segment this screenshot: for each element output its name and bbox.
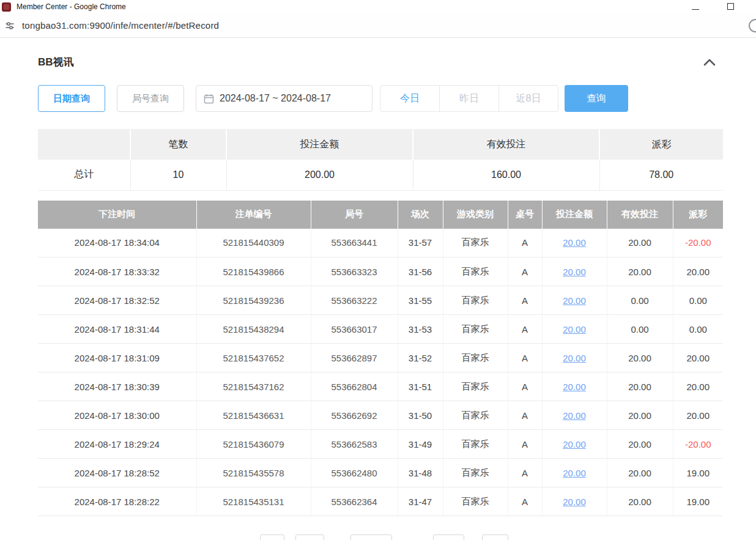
order-no-cell: 521815440309 <box>196 229 311 257</box>
game-type-cell: 百家乐 <box>443 372 508 401</box>
pagination-next-button[interactable] <box>433 534 464 540</box>
pagination-prev-button[interactable] <box>260 534 284 540</box>
valid-bet-cell: 20.00 <box>607 459 673 487</box>
date-range-picker[interactable]: 2024-08-17 ~ 2024-08-17 <box>196 85 372 112</box>
summary-total-row: 总计 10 200.00 160.00 78.00 <box>38 160 723 190</box>
bet-amount-link[interactable]: 20.00 <box>563 468 586 478</box>
bet-record-row: 2024-08-17 18:31:09 521815437652 5536628… <box>38 344 723 372</box>
bet-time-cell: 2024-08-17 18:32:52 <box>38 286 196 315</box>
bet-amount-link[interactable]: 20.00 <box>563 382 586 392</box>
bet-amount-link[interactable]: 20.00 <box>563 439 586 449</box>
bet-amount-link[interactable]: 20.00 <box>563 267 586 277</box>
summary-header-count: 笔数 <box>130 129 226 160</box>
game-type-cell: 百家乐 <box>443 487 508 516</box>
chevron-up-icon <box>703 58 716 67</box>
summary-valid-bet-value: 160.00 <box>413 160 599 190</box>
round-no-cell: 553663017 <box>311 315 398 344</box>
bet-time-cell: 2024-08-17 18:33:32 <box>38 257 196 286</box>
minimize-button[interactable] <box>692 1 699 12</box>
window-titlebar: Member Center - Google Chrome <box>0 0 756 13</box>
order-no-cell: 521815435131 <box>196 487 311 516</box>
valid-bet-cell: 0.00 <box>607 315 673 344</box>
bet-record-row: 2024-08-17 18:34:04 521815440309 5536634… <box>38 229 723 257</box>
summary-header-valid-bet: 有效投注 <box>413 129 599 160</box>
payout-cell: 19.00 <box>673 487 723 516</box>
round-no-cell: 553663222 <box>311 286 398 315</box>
valid-bet-cell: 20.00 <box>607 229 673 257</box>
table-no-cell: A <box>508 229 542 257</box>
bet-amount-link[interactable]: 20.00 <box>563 237 586 248</box>
collapse-section-button[interactable] <box>703 58 716 67</box>
bet-amount-link[interactable]: 20.00 <box>563 497 586 507</box>
bet-amount-link[interactable]: 20.00 <box>563 410 586 421</box>
col-header-payout: 派彩 <box>673 201 723 229</box>
payout-cell: 20.00 <box>673 401 723 430</box>
bet-amount-link[interactable]: 20.00 <box>563 324 586 335</box>
game-type-cell: 百家乐 <box>443 344 508 372</box>
game-type-cell: 百家乐 <box>443 286 508 315</box>
payout-cell: 20.00 <box>673 257 723 286</box>
profile-avatar-icon[interactable] <box>749 19 756 32</box>
date-range-value: 2024-08-17 ~ 2024-08-17 <box>220 93 331 104</box>
session-cell: 31-52 <box>398 344 443 372</box>
col-header-table-no: 桌号 <box>508 201 542 229</box>
bet-table-body: 2024-08-17 18:34:04 521815440309 5536634… <box>38 229 723 516</box>
search-button[interactable]: 查询 <box>565 85 628 112</box>
session-cell: 31-50 <box>398 401 443 430</box>
bet-amount-cell: 20.00 <box>542 459 607 487</box>
bet-amount-cell: 20.00 <box>542 372 607 401</box>
col-header-order-no: 注单编号 <box>196 201 311 229</box>
bet-time-cell: 2024-08-17 18:29:24 <box>38 430 196 459</box>
payout-cell: 0.00 <box>673 286 723 315</box>
bet-record-row: 2024-08-17 18:28:52 521815435578 5536624… <box>38 459 723 487</box>
bet-record-row: 2024-08-17 18:30:39 521815437162 5536628… <box>38 372 723 401</box>
maximize-button[interactable] <box>727 1 734 12</box>
game-type-cell: 百家乐 <box>443 430 508 459</box>
col-header-bet-time: 下注时间 <box>38 201 196 229</box>
minimize-icon <box>692 9 699 10</box>
summary-header-empty <box>38 129 130 160</box>
session-cell: 31-55 <box>398 286 443 315</box>
col-header-game-type: 游戏类别 <box>443 201 508 229</box>
table-no-cell: A <box>508 459 542 487</box>
summary-row-label: 总计 <box>38 160 130 190</box>
date-query-tab[interactable]: 日期查询 <box>38 85 105 112</box>
valid-bet-cell: 20.00 <box>607 344 673 372</box>
bet-time-cell: 2024-08-17 18:28:52 <box>38 459 196 487</box>
pagination-size-select[interactable] <box>350 534 392 540</box>
summary-payout-value: 78.00 <box>599 160 723 190</box>
payout-cell: 0.00 <box>673 315 723 344</box>
order-no-cell: 521815437652 <box>196 344 311 372</box>
bet-amount-link[interactable]: 20.00 <box>563 353 586 363</box>
session-cell: 31-53 <box>398 315 443 344</box>
game-type-cell: 百家乐 <box>443 459 508 487</box>
calendar-icon <box>204 94 214 104</box>
table-no-cell: A <box>508 487 542 516</box>
round-no-cell: 553663441 <box>311 229 398 257</box>
bet-record-row: 2024-08-17 18:28:22 521815435131 5536623… <box>38 487 723 516</box>
round-query-tab[interactable]: 局号查询 <box>117 85 184 112</box>
bet-time-cell: 2024-08-17 18:34:04 <box>38 229 196 257</box>
browser-urlbar: tongbao31.com:9900/infe/mcenter/#/betRec… <box>0 13 756 38</box>
pagination-page-button[interactable] <box>295 534 324 540</box>
round-no-cell: 553662804 <box>311 372 398 401</box>
bet-amount-cell: 20.00 <box>542 286 607 315</box>
summary-header-bet-amount: 投注金额 <box>226 129 413 160</box>
order-no-cell: 521815437162 <box>196 372 311 401</box>
quick-range-last8days[interactable]: 近8日 <box>498 85 558 112</box>
order-no-cell: 521815439236 <box>196 286 311 315</box>
pagination-jump-input[interactable] <box>482 534 508 540</box>
order-no-cell: 521815439866 <box>196 257 311 286</box>
quick-range-yesterday[interactable]: 昨日 <box>439 85 499 112</box>
bet-amount-link[interactable]: 20.00 <box>563 295 586 306</box>
bet-amount-cell: 20.00 <box>542 229 607 257</box>
order-no-cell: 521815436079 <box>196 430 311 459</box>
game-type-cell: 百家乐 <box>443 315 508 344</box>
url-text[interactable]: tongbao31.com:9900/infe/mcenter/#/betRec… <box>22 20 219 31</box>
quick-range-today[interactable]: 今日 <box>380 85 440 112</box>
filter-toolbar: 日期查询 局号查询 2024-08-17 ~ 2024-08-17 今日 昨日 … <box>38 85 723 112</box>
window-title: Member Center - Google Chrome <box>17 2 126 11</box>
site-info-button[interactable] <box>4 20 15 31</box>
round-no-cell: 553663323 <box>311 257 398 286</box>
game-type-cell: 百家乐 <box>443 401 508 430</box>
